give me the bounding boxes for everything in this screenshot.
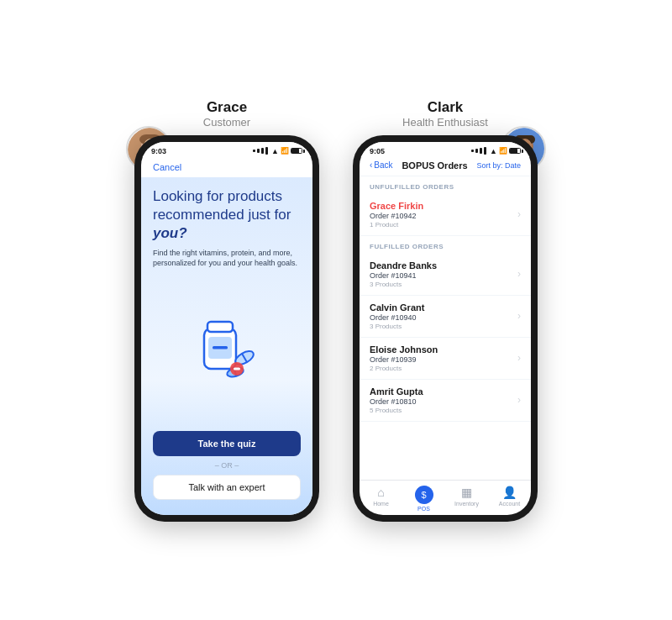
inventory-icon: ▦	[461, 486, 472, 499]
clark-screen-content: ‹ Back BOPUS Orders Sort by: Date UNFULF…	[360, 157, 531, 515]
grace-headline-text: Looking for products recommended just fo…	[153, 188, 291, 223]
clark-phone-screen: 9:05 ▲ 📶 ‹	[360, 142, 531, 515]
order-number-calvin: Order #10940	[370, 313, 517, 322]
grace-action-buttons: Take the quiz – OR – Talk with an expert	[153, 431, 301, 507]
svg-rect-8	[207, 322, 233, 332]
order-item-calvin[interactable]: Calvin Grant Order #10940 3 Products ›	[360, 296, 531, 338]
nav-inventory[interactable]: ▦ Inventory	[445, 486, 488, 512]
grace-time: 9:03	[151, 147, 166, 155]
order-item-deandre[interactable]: Deandre Banks Order #10941 3 Products ›	[360, 254, 531, 296]
grace-phone-frame: 9:03 ▲ 📶 Cancel	[134, 135, 319, 522]
clark-status-bar: 9:05 ▲ 📶	[360, 142, 531, 157]
order-name-grace: Grace Firkin	[370, 201, 517, 211]
grace-signal: ▲ 📶	[253, 147, 302, 155]
order-products-calvin: 3 Products	[370, 323, 517, 330]
order-name-eloise: Eloise Johnson	[370, 344, 517, 355]
account-icon: 👤	[502, 486, 517, 499]
grace-status-bar: 9:03 ▲ 📶	[141, 142, 312, 157]
grace-headline-bold: you?	[153, 225, 187, 241]
nav-inventory-label: Inventory	[454, 501, 479, 507]
grace-section: Grace Customer 9:03 ▲ 📶	[134, 99, 319, 522]
order-number-grace: Order #10942	[370, 212, 517, 220]
clark-header: ‹ Back BOPUS Orders Sort by: Date	[360, 157, 531, 176]
clark-role: Health Enthusiast	[402, 116, 488, 129]
clark-signal: ▲ 📶	[471, 147, 521, 155]
nav-home-label: Home	[373, 501, 389, 507]
order-number-amrit: Order #10810	[370, 397, 517, 406]
order-chevron-calvin: ›	[517, 310, 521, 322]
order-item-amrit[interactable]: Amrit Gupta Order #10810 5 Products ›	[360, 380, 531, 422]
take-quiz-button[interactable]: Take the quiz	[153, 431, 301, 456]
order-name-deandre: Deandre Banks	[370, 260, 517, 271]
clark-bottom-nav: ⌂ Home $ POS ▦ Inventory	[360, 480, 531, 515]
back-chevron-icon: ‹	[370, 160, 372, 170]
clark-phone-frame: 9:05 ▲ 📶 ‹	[353, 135, 538, 522]
unfulfilled-section-label: UNFULFILLED ORDERS	[360, 176, 531, 194]
clark-section: Clark Health Enthusiast 9:05	[353, 99, 538, 522]
grace-headline: Looking for products recommended just fo…	[153, 187, 301, 243]
pos-icon-circle: $	[415, 486, 433, 504]
nav-pos-label: POS	[417, 506, 430, 512]
clark-back-button[interactable]: ‹ Back	[370, 160, 393, 170]
pos-icon: $	[421, 490, 426, 500]
clark-sort-button[interactable]: Sort by: Date	[476, 161, 521, 170]
page-container: Grace Customer 9:03 ▲ 📶	[0, 0, 672, 620]
order-chevron-deandre: ›	[517, 268, 521, 280]
nav-account[interactable]: 👤 Account	[488, 486, 531, 512]
order-number-eloise: Order #10939	[370, 355, 517, 364]
clark-time: 9:05	[370, 147, 385, 155]
order-name-amrit: Amrit Gupta	[370, 386, 517, 397]
grace-role: Customer	[203, 116, 250, 129]
order-item-grace[interactable]: Grace Firkin Order #10942 1 Product ›	[360, 194, 531, 236]
nav-account-label: Account	[499, 501, 520, 507]
talk-expert-button[interactable]: Talk with an expert	[153, 475, 301, 500]
nav-home[interactable]: ⌂ Home	[360, 486, 402, 512]
svg-rect-10	[213, 346, 228, 349]
grace-subtext: Find the right vitamins, protein, and mo…	[153, 248, 301, 269]
order-products-grace: 1 Product	[370, 221, 517, 229]
order-name-calvin: Calvin Grant	[370, 302, 517, 313]
order-products-deandre: 3 Products	[370, 281, 517, 288]
order-chevron-amrit: ›	[517, 394, 521, 406]
svg-rect-16	[234, 368, 240, 370]
nav-pos[interactable]: $ POS	[402, 486, 445, 512]
order-products-eloise: 2 Products	[370, 365, 517, 372]
grace-name: Grace	[207, 99, 247, 116]
order-chevron-eloise: ›	[517, 352, 521, 364]
grace-cancel-link[interactable]: Cancel	[141, 157, 312, 177]
grace-illustration	[153, 277, 301, 423]
clark-orders-list: UNFULFILLED ORDERS Grace Firkin Order #1…	[360, 176, 531, 480]
clark-back-label: Back	[374, 160, 392, 170]
or-divider: – OR –	[153, 461, 301, 470]
grace-hero-area: Looking for products recommended just fo…	[141, 177, 312, 515]
order-number-deandre: Order #10941	[370, 271, 517, 280]
grace-phone-screen: 9:03 ▲ 📶 Cancel	[141, 142, 312, 515]
fulfilled-section-label: FULFILLED ORDERS	[360, 236, 531, 254]
order-item-eloise[interactable]: Eloise Johnson Order #10939 2 Products ›	[360, 338, 531, 380]
grace-screen-content: Cancel Looking for products recommended …	[141, 157, 312, 515]
home-icon: ⌂	[377, 486, 384, 499]
clark-name: Clark	[428, 99, 464, 116]
order-products-amrit: 5 Products	[370, 407, 517, 414]
clark-page-title: BOPUS Orders	[402, 160, 467, 171]
order-chevron-grace: ›	[517, 208, 521, 220]
